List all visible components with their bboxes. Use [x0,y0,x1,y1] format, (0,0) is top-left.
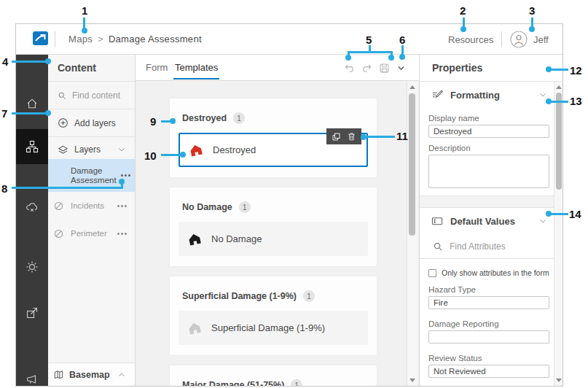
scroll-thumb[interactable] [556,93,562,190]
callout-12: 12 [570,64,582,77]
layer-name: Damage Assessment [71,166,121,185]
find-attributes-search[interactable] [420,234,562,259]
add-layers-button[interactable]: Add layers [48,109,135,137]
undo-button[interactable] [344,63,355,74]
template-group-superficial: Superficial Damage (1-9%) 1 Superficial … [169,276,377,356]
template-item-label: Superficial Damage (1-9%) [211,322,325,333]
only-show-attributes-row[interactable]: Only show attributes in the form [428,268,562,277]
properties-title: Properties [420,55,562,82]
default-values-title: Default Values [450,216,515,227]
avatar[interactable] [510,31,528,48]
center-scrollbar[interactable] [407,82,418,386]
scroll-down-arrow[interactable] [556,379,562,382]
group-count-badge: 1 [233,112,245,124]
rail-share-icon[interactable] [16,296,48,330]
group-count-badge: 1 [303,290,315,302]
callout-8: 8 [1,182,7,195]
save-button[interactable] [379,63,390,74]
user-name[interactable]: Jeff [533,34,549,45]
basemap-section[interactable]: Basemap [48,362,135,386]
chevron-down-icon [538,90,547,99]
breadcrumb-separator: > [93,34,109,44]
prohibit-icon [53,228,64,239]
layer-item-perimeter[interactable]: Perimeter [48,220,135,247]
breadcrumb-maps-link[interactable]: Maps [68,34,93,44]
callout-14: 14 [569,208,581,220]
layer-options-icon[interactable] [121,174,128,176]
chevron-down-icon [117,145,126,154]
delete-icon[interactable] [347,132,356,141]
callout-5: 5 [366,34,372,46]
section-separator [420,195,562,208]
house-icon [187,320,202,335]
tab-form[interactable]: Form [146,62,168,73]
scroll-down-arrow[interactable] [409,379,415,382]
display-name-label: Display name [428,114,562,123]
layer-options-icon[interactable] [117,205,128,207]
chevron-up-icon [117,370,126,379]
house-icon [188,142,203,158]
template-group-no-damage: No Damage 1 No Damage [169,187,377,267]
hazard-type-input[interactable] [428,296,549,309]
only-show-checkbox[interactable] [428,269,436,277]
rail-settings-icon[interactable] [16,250,48,284]
layer-options-icon[interactable] [117,233,128,235]
rail-home-icon[interactable] [16,87,48,120]
layer-item-incidents[interactable]: Incidents [48,192,135,220]
find-attributes-input[interactable] [450,241,537,252]
group-title: No Damage [182,202,232,212]
resources-link[interactable]: Resources [448,34,493,45]
damage-reporting-input[interactable] [428,330,549,344]
duplicate-icon[interactable] [332,132,341,141]
app-window: Maps>Damage Assessment Resources Jeff [15,23,563,387]
template-hover-toolbar [326,128,361,144]
rail-content-icon[interactable] [16,129,48,164]
scroll-thumb[interactable] [409,93,415,236]
callout-6: 6 [399,34,405,46]
group-count-badge: 1 [291,379,302,387]
topbar-divider [55,31,55,47]
formatting-section-header[interactable]: Formatting [420,82,562,108]
description-input[interactable] [428,155,549,188]
callout-1: 1 [82,4,87,17]
tab-bar: Form Templates [136,55,419,81]
content-panel-title: Content [48,55,135,82]
search-icon [433,241,443,252]
callout-10: 10 [144,150,157,162]
redo-button[interactable] [361,63,372,74]
templates-area: Form Templates Destroyed 1 [136,55,419,386]
add-layers-label: Add layers [74,118,116,128]
group-title: Major Damage (51-75%) [182,380,284,387]
template-item-no-damage[interactable]: No Damage [179,222,368,256]
top-bar: Maps>Damage Assessment Resources Jeff [16,24,562,55]
damage-reporting-label: Damage Reporting [428,319,562,328]
search-icon [58,90,66,101]
default-values-icon [431,215,444,227]
tab-templates[interactable]: Templates [175,62,218,73]
esri-logo-icon[interactable] [33,31,48,45]
template-cards: Destroyed 1 Destroyed No Damage 1 [169,98,377,387]
find-content-search[interactable] [48,82,135,109]
review-status-input[interactable] [428,365,549,378]
template-item-superficial[interactable]: Superficial Damage (1-9%) [179,311,368,345]
default-values-section-header[interactable]: Default Values [420,208,562,234]
properties-scrollbar[interactable] [554,82,563,386]
scroll-up-arrow[interactable] [409,85,415,89]
display-name-input[interactable] [428,125,549,138]
scroll-up-arrow[interactable] [556,85,562,89]
rail-feedback-icon[interactable] [16,362,48,387]
callout-4: 4 [2,55,8,68]
hazard-type-label: Hazard Type [428,285,562,294]
layer-name: Incidents [71,201,104,210]
layers-section-header[interactable]: Layers [48,137,135,159]
template-item-label: No Damage [211,233,262,244]
more-options-chevron[interactable] [396,63,406,73]
find-content-input[interactable] [72,90,135,101]
review-status-label: Review Status [428,354,562,362]
callout-13: 13 [570,95,582,107]
rail-offline-icon[interactable] [16,190,48,224]
layers-icon [58,144,68,155]
formatting-title: Formatting [450,90,500,101]
callout-9: 9 [150,115,156,128]
breadcrumb-current: Damage Assessment [109,34,202,44]
